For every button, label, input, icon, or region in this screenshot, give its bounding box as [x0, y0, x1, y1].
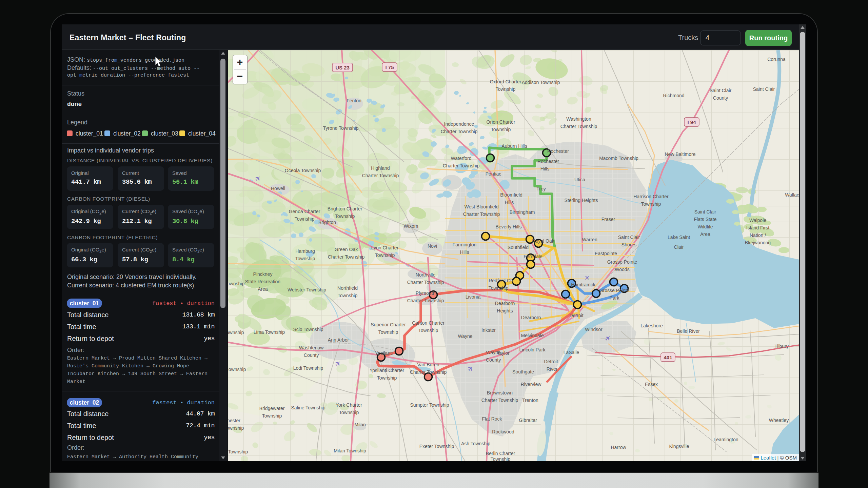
svg-text:County: County [713, 95, 728, 101]
svg-text:Dearborn: Dearborn [521, 315, 541, 320]
svg-text:Bloomfield: Bloomfield [500, 192, 522, 198]
svg-text:Troy: Troy [536, 186, 546, 191]
svg-text:Wixom: Wixom [404, 223, 418, 229]
svg-text:Hamtramck: Hamtramck [571, 282, 596, 287]
svg-text:Wallace: Wallace [785, 192, 799, 198]
svg-text:Charter Township: Charter Township [407, 280, 444, 285]
svg-text:Heights: Heights [497, 308, 513, 313]
svg-text:Township: Township [377, 375, 397, 381]
svg-text:Saint Clair: Saint Clair [618, 235, 640, 240]
svg-text:Bkejwanong: Bkejwanong [745, 240, 771, 245]
svg-text:Ypsilanti: Ypsilanti [375, 350, 393, 356]
svg-text:Sterling Heights: Sterling Heights [565, 198, 598, 203]
svg-text:Township: Township [295, 216, 315, 222]
svg-text:Rockwood: Rockwood [492, 429, 514, 434]
svg-text:Trenton: Trenton [522, 398, 538, 403]
svg-text:Township: Township [228, 449, 248, 454]
svg-text:Saline Township: Saline Township [291, 405, 326, 410]
svg-text:Berlin Charter: Berlin Charter [486, 451, 515, 456]
svg-text:Beverly Hills: Beverly Hills [495, 224, 521, 229]
svg-text:Charter Township: Charter Township [481, 398, 518, 403]
svg-text:Southgate: Southgate [512, 369, 534, 374]
svg-text:State Recreation: State Recreation [245, 279, 280, 284]
svg-text:Ferndale: Ferndale [524, 254, 542, 259]
svg-text:chester: chester [228, 418, 240, 423]
svg-text:Kingsville: Kingsville [669, 444, 689, 449]
svg-text:Webster Township: Webster Township [288, 287, 326, 292]
svg-text:Addison Township: Addison Township [522, 80, 560, 85]
svg-text:Genoa Charter: Genoa Charter [289, 209, 320, 214]
svg-text:Macomb Township: Macomb Township [599, 156, 638, 161]
svg-text:Rochester: Rochester [537, 159, 559, 164]
svg-text:Ash Township: Ash Township [461, 441, 490, 446]
svg-text:Township: Township [491, 456, 511, 461]
svg-text:Brownstown: Brownstown [487, 390, 513, 395]
svg-text:Eastpointe: Eastpointe [595, 251, 617, 256]
svg-text:Township: Township [228, 367, 246, 372]
svg-text:I 94: I 94 [687, 119, 696, 125]
svg-text:Flat Rock: Flat Rock [482, 416, 502, 422]
svg-text:Orion Charter: Orion Charter [487, 119, 515, 125]
svg-text:Township: Township [228, 330, 244, 335]
svg-text:Walpole: Walpole [749, 218, 766, 223]
svg-text:Auburn Hills: Auburn Hills [501, 143, 527, 149]
svg-text:Charter Township: Charter Township [463, 211, 500, 217]
svg-text:Island First: Island First [746, 225, 770, 230]
svg-text:Corunna: Corunna [767, 57, 786, 62]
svg-text:Plymouth: Plymouth [416, 290, 435, 296]
svg-text:Area: Area [258, 286, 268, 292]
svg-text:Park: Park [610, 295, 620, 301]
svg-text:Township: Township [375, 252, 395, 258]
svg-text:Hills: Hills [505, 200, 514, 205]
svg-text:Brighton: Brighton [318, 220, 336, 225]
svg-text:Livonia: Livonia [466, 294, 481, 300]
svg-text:Charter Township: Charter Township [328, 254, 365, 260]
svg-text:Riverview: Riverview [521, 382, 542, 387]
svg-text:Township: Township [295, 256, 315, 261]
svg-text:Lincoln Park: Lincoln Park [519, 347, 546, 352]
svg-text:Charter Township: Charter Township [410, 369, 447, 375]
svg-text:Grosse Pointe: Grosse Pointe [599, 288, 630, 293]
svg-text:Tilbury: Tilbury [774, 344, 789, 349]
svg-text:Lyon Charter: Lyon Charter [371, 245, 399, 250]
svg-text:US 23: US 23 [335, 65, 350, 70]
svg-text:Township: Township [228, 425, 244, 431]
svg-text:Utica: Utica [574, 177, 585, 182]
svg-text:Redford Ch: Redford Ch [489, 278, 513, 283]
svg-text:West Bloomfield: West Bloomfield [465, 204, 499, 209]
svg-text:Fenton: Fenton [347, 98, 361, 103]
svg-text:Belle River: Belle River [677, 328, 700, 334]
svg-text:Royal Oak: Royal Oak [532, 238, 554, 244]
svg-text:Charter Township: Charter Township [407, 298, 444, 303]
svg-text:New Baltimore: New Baltimore [665, 151, 695, 157]
svg-text:Grosse Pointe: Grosse Pointe [607, 259, 637, 265]
svg-text:Pinckney: Pinckney [253, 271, 273, 277]
svg-text:Farmington: Farmington [453, 242, 477, 247]
svg-text:Birmingham: Birmingham [510, 209, 535, 215]
svg-text:Gibraltar: Gibraltar [519, 418, 537, 423]
svg-text:Waterford: Waterford [451, 156, 472, 161]
svg-text:Milan: Milan [354, 422, 366, 427]
svg-text:Pontiac: Pontiac [486, 171, 501, 177]
svg-text:Sumpter Township: Sumpter Township [410, 402, 449, 408]
svg-text:Van Buren: Van Buren [417, 362, 439, 367]
svg-text:Washington: Washington [566, 116, 591, 122]
svg-text:Melvindale: Melvindale [521, 333, 544, 338]
svg-text:Essex: Essex [645, 382, 658, 387]
svg-text:Township: Township [228, 281, 244, 286]
svg-text:Wayne: Wayne [458, 333, 472, 339]
svg-text:Bridgewater: Bridgewater [259, 406, 285, 411]
svg-text:River: River [547, 366, 558, 372]
svg-text:Nation /: Nation / [750, 232, 766, 238]
svg-text:Wildlife: Wildlife [697, 224, 713, 229]
svg-text:Rochester: Rochester [547, 148, 569, 154]
svg-text:Oceola Township: Oceola Township [285, 168, 321, 173]
svg-text:Saint Clair: Saint Clair [710, 88, 732, 93]
svg-text:Shores: Shores [622, 242, 636, 247]
svg-text:Scio Township: Scio Township [293, 327, 323, 332]
svg-text:Harrow: Harrow [611, 445, 626, 450]
svg-text:Clair: Clair [674, 244, 684, 250]
svg-text:Hills: Hills [540, 166, 549, 171]
svg-text:Inkster: Inkster [481, 327, 496, 333]
svg-text:Canton Charter: Canton Charter [412, 320, 445, 326]
